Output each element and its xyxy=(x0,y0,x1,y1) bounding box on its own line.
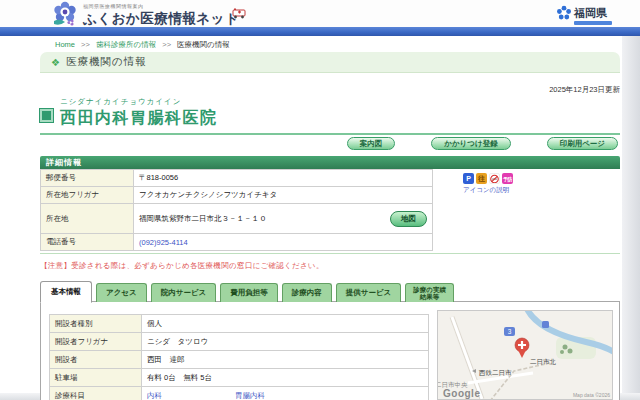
table-row: 開設者 西田 達郎 xyxy=(50,351,429,369)
table-row: 開設者種別 個人 xyxy=(50,315,429,333)
basic-info-panel: 開設者種別 個人 開設者フリガナ ニシダ タツロウ 開設者 西田 達郎 駐車場 … xyxy=(40,301,620,400)
table-row: 開設者フリガナ ニシダ タツロウ xyxy=(50,333,429,351)
departments-label: 診療科目 xyxy=(50,387,142,400)
page-title-bar: ❖ 医療機関の情報 xyxy=(40,52,620,73)
breadcrumb-home[interactable]: Home xyxy=(55,40,75,49)
light-green-divider xyxy=(40,253,620,254)
table-row: 駐車場 有料 0台 無料 5台 xyxy=(50,369,429,387)
departments-value: 内科 胃腸内科 xyxy=(142,387,429,400)
caution-notice: 【注意】受診される際は、必ずあらかじめ各医療機関の窓口にご確認ください。 xyxy=(40,261,620,271)
pref-name: 福岡県 xyxy=(574,6,607,21)
address-kana-value: フクオカケンチクシノシフツカイチキタ xyxy=(134,187,433,204)
address-value: 福岡県筑紫野市二日市北３－１－１０ 地図 xyxy=(134,204,433,234)
table-row: 所在地フリガナ フクオカケンチクシノシフツカイチキタ xyxy=(41,187,433,204)
tab-cost-burden[interactable]: 費用負担等 xyxy=(220,283,278,302)
no-smoking-icon xyxy=(489,173,500,184)
house-call-icon: 往 xyxy=(476,173,487,184)
parking-icon: P xyxy=(463,173,474,184)
table-row: 所在地 福岡県筑紫野市二日市北３－１－１０ 地図 xyxy=(41,204,433,234)
map-label-central: 二日市中央 xyxy=(438,381,468,388)
founder-type-label: 開設者種別 xyxy=(50,315,142,333)
table-row: 電話番号 (092)925-4114 xyxy=(41,234,433,251)
table-row: 診療科目 内科 胃腸内科 xyxy=(50,387,429,400)
phone-number-link[interactable]: (092)925-4114 xyxy=(139,238,188,247)
hospital-square-icon xyxy=(40,109,53,122)
hospital-name-block: ニシダナイカイチョウカイイン 西田内科胃腸科医院 xyxy=(40,97,620,129)
ambulance-icon xyxy=(232,8,247,19)
header-blue-bar xyxy=(0,27,640,36)
hospital-furigana: ニシダナイカイチョウカイイン xyxy=(60,97,218,107)
postal-code-label: 郵便番号 xyxy=(41,170,134,187)
tab-medical-content[interactable]: 診療内容 xyxy=(282,283,332,302)
founder-label: 開設者 xyxy=(50,351,142,369)
guide-map-button[interactable]: 案内図 xyxy=(347,137,396,150)
page-edge-right xyxy=(622,36,640,400)
site-logo[interactable]: 福岡県医療機関情報案内 ふくおか医療情報ネット xyxy=(52,1,239,28)
founder-type-value: 個人 xyxy=(142,315,429,333)
map-attribution: Map data ©2026 xyxy=(573,392,610,398)
map-label-north: 二日市北 xyxy=(530,358,557,366)
details-section-header: 詳細情報 xyxy=(40,156,620,169)
site-title: ふくおか医療情報ネット xyxy=(83,10,239,28)
site-tagline: 福岡県医療機関情報案内 xyxy=(83,3,239,9)
google-logo: Google xyxy=(443,388,480,399)
address-text: 福岡県筑紫野市二日市北３－１－１０ xyxy=(139,214,267,223)
main-content: ❖ 医療機関の情報 2025年12月23日更新 ニシダナイカイチョウカイイン 西… xyxy=(40,52,620,400)
section-marker-icon: ❖ xyxy=(51,57,60,68)
route-badge-number: 3 xyxy=(508,328,512,335)
department-internal-medicine-link[interactable]: 内科 xyxy=(147,391,233,400)
table-row: 郵便番号 〒818-0056 xyxy=(41,170,433,187)
postal-code-value: 〒818-0056 xyxy=(134,170,433,187)
family-doctor-registration-button[interactable]: かかりつけ登録 xyxy=(431,137,510,150)
map-button[interactable]: 地図 xyxy=(390,211,427,227)
breadcrumb: Home >> 歯科診療所の情報 >> 医療機関の情報 xyxy=(55,40,230,50)
icon-legend-link[interactable]: アイコンの説明 xyxy=(463,186,513,195)
founder-kana-label: 開設者フリガナ xyxy=(50,333,142,351)
pref-badge xyxy=(574,21,612,25)
parking-label: 駐車場 xyxy=(50,369,142,387)
breadcrumb-separator: >> xyxy=(81,40,90,49)
breadcrumb-separator: >> xyxy=(162,40,171,49)
action-buttons: 案内図 かかりつけ登録 印刷用ページ xyxy=(40,135,620,154)
page-title: 医療機関の情報 xyxy=(66,55,147,69)
prevention-icon: 予防 xyxy=(502,173,513,184)
legend-icons: P 往 予防 アイコンの説明 xyxy=(463,173,513,195)
breadcrumb-dental-clinic-info[interactable]: 歯科診療所の情報 xyxy=(96,40,156,49)
google-map-thumbnail[interactable]: 3 二日市北 西鉄二日市 二日市中央 Google Map data ©2026 xyxy=(437,310,613,400)
breadcrumb-current: 医療機関の情報 xyxy=(177,40,230,49)
hospital-name: 西田内科胃腸科医院 xyxy=(60,108,218,129)
founder-value: 西田 達郎 xyxy=(142,351,429,369)
details-table: 郵便番号 〒818-0056 所在地フリガナ フクオカケンチクシノシフツカイチキ… xyxy=(40,169,433,251)
tab-bar: 基本情報 アクセス 院内サービス 費用負担等 診療内容 提供サービス 診療の実績… xyxy=(40,281,620,302)
tab-access[interactable]: アクセス xyxy=(96,283,147,302)
department-gastroenterology-link[interactable]: 胃腸内科 xyxy=(235,391,265,400)
map-label-station: 西鉄二日市 xyxy=(478,369,512,376)
updated-date: 2025年12月23日更新 xyxy=(40,85,620,95)
parking-value: 有料 0台 無料 5台 xyxy=(142,369,429,387)
print-page-button[interactable]: 印刷用ページ xyxy=(547,137,618,150)
pref-flower-icon xyxy=(556,5,572,21)
pref-logo[interactable]: 福岡県 xyxy=(556,5,607,21)
founder-kana-value: ニシダ タツロウ xyxy=(142,333,429,351)
site-header: 福岡県医療機関情報案内 ふくおか医療情報ネット 福岡県 xyxy=(0,0,640,27)
tab-in-hospital-services[interactable]: 院内サービス xyxy=(151,283,217,302)
address-label: 所在地 xyxy=(41,204,134,234)
phone-label: 電話番号 xyxy=(41,234,134,251)
tab-provided-services[interactable]: 提供サービス xyxy=(336,283,402,302)
tab-basic-info[interactable]: 基本情報 xyxy=(40,281,92,303)
basic-info-table: 開設者種別 個人 開設者フリガナ ニシダ タツロウ 開設者 西田 達郎 駐車場 … xyxy=(49,314,429,400)
address-kana-label: 所在地フリガナ xyxy=(41,187,134,204)
flower-logo-icon xyxy=(52,1,79,27)
tab-results[interactable]: 診療の実績 結果等 xyxy=(405,283,454,302)
